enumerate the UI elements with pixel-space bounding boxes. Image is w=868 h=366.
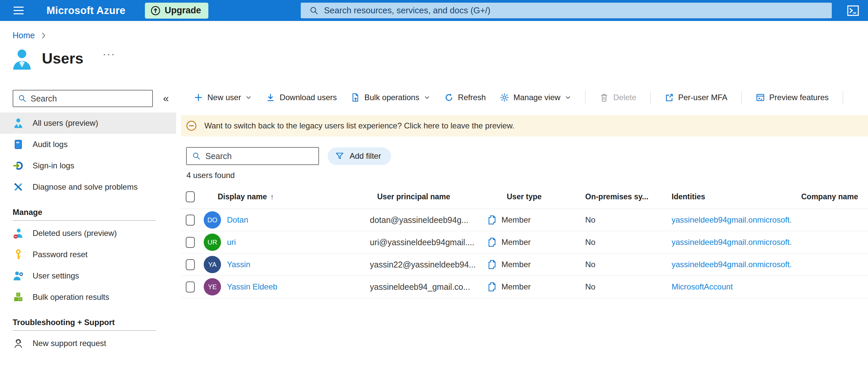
plus-icon bbox=[194, 93, 203, 102]
tools-icon bbox=[12, 181, 24, 193]
sidebar-item-label: Bulk operation results bbox=[33, 292, 109, 302]
table-row: UR uri uri@yassineldeeb94gmail.... Membe… bbox=[181, 231, 868, 254]
sidebar-item-sign-in-logs[interactable]: Sign-in logs bbox=[0, 155, 176, 176]
sidebar-item-user-settings[interactable]: User settings bbox=[0, 265, 176, 286]
button-label: Delete bbox=[613, 93, 636, 102]
column-header-company[interactable]: Company name bbox=[796, 192, 868, 201]
avatar: YE bbox=[204, 278, 221, 295]
breadcrumb-home-link[interactable]: Home bbox=[12, 31, 35, 40]
collapse-sidebar-icon[interactable]: « bbox=[163, 91, 169, 106]
sidebar-item-diagnose[interactable]: Diagnose and solve problems bbox=[0, 176, 176, 198]
section-header: Manage bbox=[0, 205, 176, 220]
sidebar-item-all-users[interactable]: All users (preview) bbox=[0, 112, 176, 134]
global-search-bar[interactable] bbox=[301, 3, 832, 18]
sidebar-item-deleted-users[interactable]: Deleted users (preview) bbox=[0, 223, 176, 244]
document-arrow-icon bbox=[350, 93, 360, 102]
on-premises-cell: No bbox=[580, 282, 663, 291]
column-header-display-name[interactable]: Display name ↑ bbox=[200, 192, 369, 201]
brand-title: Microsoft Azure bbox=[46, 5, 126, 17]
row-checkbox[interactable] bbox=[186, 259, 195, 270]
avatar: UR bbox=[204, 233, 221, 251]
display-name-link[interactable]: Yassin bbox=[227, 260, 250, 269]
display-name-link[interactable]: uri bbox=[227, 237, 236, 247]
cloud-shell-icon[interactable] bbox=[845, 3, 861, 18]
column-header-identities[interactable]: Identities bbox=[663, 192, 796, 201]
upn-text: dotan@yassineldeeb94g... bbox=[370, 215, 468, 225]
user-search-input[interactable] bbox=[205, 151, 318, 161]
identity-link[interactable]: MicrosoftAccount bbox=[672, 282, 733, 291]
user-search-box[interactable] bbox=[186, 147, 319, 165]
hamburger-menu-icon[interactable] bbox=[11, 4, 26, 17]
button-label: New user bbox=[207, 93, 241, 102]
row-checkbox[interactable] bbox=[186, 281, 195, 292]
toolbar-separator bbox=[843, 91, 843, 104]
search-icon bbox=[192, 152, 201, 160]
sidebar-item-password-reset[interactable]: Password reset bbox=[0, 244, 176, 265]
identity-link[interactable]: yassineldeeb94gmail.onmicrosoft. bbox=[672, 215, 792, 224]
column-header-upn[interactable]: User principal name bbox=[369, 192, 501, 201]
button-label: Manage view bbox=[514, 93, 560, 102]
upn-text: yassineldeeb94_gmail.co... bbox=[370, 282, 470, 292]
sidebar-search-box[interactable] bbox=[12, 90, 153, 107]
row-checkbox[interactable] bbox=[186, 215, 195, 226]
copy-icon[interactable] bbox=[487, 259, 497, 270]
delete-button[interactable]: Delete bbox=[599, 93, 636, 102]
section-header: Troubleshooting + Support bbox=[0, 315, 176, 330]
chevron-right-icon bbox=[40, 32, 47, 39]
table-row: DO Dotan dotan@yassineldeeb94g... Member… bbox=[181, 209, 868, 231]
copy-icon[interactable] bbox=[487, 237, 497, 248]
add-filter-label: Add filter bbox=[350, 151, 381, 161]
on-premises-cell: No bbox=[580, 237, 663, 247]
sidebar-nav: All users (preview) Audit logs Sign-in l… bbox=[0, 112, 176, 354]
gear-icon bbox=[500, 93, 509, 102]
column-header-on-premises[interactable]: On-premises sy... bbox=[580, 192, 663, 201]
button-label: Per-user MFA bbox=[678, 93, 727, 102]
download-icon bbox=[266, 93, 275, 102]
column-header-user-type[interactable]: User type bbox=[501, 192, 580, 201]
sidebar-section-support: Troubleshooting + Support New support re… bbox=[0, 315, 176, 354]
global-search-input[interactable] bbox=[324, 3, 832, 18]
divider bbox=[12, 220, 156, 221]
download-users-button[interactable]: Download users bbox=[266, 93, 337, 102]
sidebar-item-audit-logs[interactable]: Audit logs bbox=[0, 134, 176, 155]
on-premises-cell: No bbox=[580, 260, 663, 269]
button-label: Download users bbox=[279, 93, 337, 102]
button-label: Preview features bbox=[769, 93, 829, 102]
button-label: Bulk operations bbox=[364, 93, 419, 102]
chevron-down-icon bbox=[245, 94, 252, 101]
select-all-checkbox[interactable] bbox=[186, 191, 195, 202]
key-icon bbox=[12, 249, 24, 260]
copy-icon[interactable] bbox=[487, 215, 497, 225]
toolbar-separator bbox=[650, 91, 651, 104]
sidebar-item-bulk-results[interactable]: Bulk operation results bbox=[0, 286, 176, 308]
identity-link[interactable]: yassineldeeb94gmail.onmicrosoft. bbox=[672, 237, 792, 247]
display-name-link[interactable]: Dotan bbox=[227, 215, 248, 225]
manage-view-button[interactable]: Manage view bbox=[500, 93, 571, 102]
upn-text: uri@yassineldeeb94gmail.... bbox=[370, 237, 474, 247]
copy-icon[interactable] bbox=[487, 281, 497, 292]
refresh-button[interactable]: Refresh bbox=[444, 93, 486, 102]
row-checkbox[interactable] bbox=[186, 237, 195, 248]
identity-link[interactable]: yassineldeeb94gmail.onmicrosoft. bbox=[672, 260, 792, 269]
sidebar-item-new-support-request[interactable]: New support request bbox=[0, 333, 176, 354]
banner-message[interactable]: Want to switch back to the legacy users … bbox=[205, 121, 515, 131]
new-user-button[interactable]: New user bbox=[194, 93, 252, 102]
trash-icon bbox=[599, 93, 609, 102]
page-title: Users bbox=[42, 48, 84, 69]
sidebar-item-label: Audit logs bbox=[33, 140, 67, 149]
sidebar-search-input[interactable] bbox=[31, 94, 152, 104]
arrow-up-circle-icon bbox=[150, 5, 161, 16]
add-filter-button[interactable]: Add filter bbox=[328, 147, 391, 165]
bulk-operations-button[interactable]: Bulk operations bbox=[350, 93, 430, 102]
more-options[interactable]: ··· bbox=[103, 48, 116, 60]
upgrade-button[interactable]: Upgrade bbox=[145, 3, 209, 19]
user-type-cell: Member bbox=[501, 282, 580, 291]
avatar: YA bbox=[204, 256, 221, 273]
sidebar-item-label: Password reset bbox=[33, 250, 87, 259]
minus-circle-icon bbox=[186, 120, 197, 132]
on-premises-cell: No bbox=[580, 215, 663, 225]
per-user-mfa-button[interactable]: Per-user MFA bbox=[664, 93, 727, 102]
preview-features-button[interactable]: Preview features bbox=[756, 93, 829, 102]
display-name-link[interactable]: Yassin Eldeeb bbox=[227, 282, 277, 291]
deleted-user-icon bbox=[12, 228, 24, 239]
